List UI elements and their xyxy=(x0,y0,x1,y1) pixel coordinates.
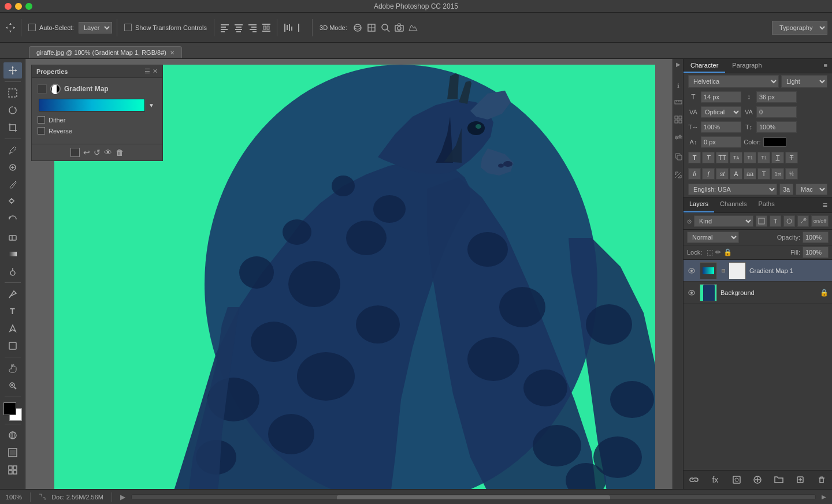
filter-effect-btn[interactable] xyxy=(797,215,809,227)
color-swatches[interactable] xyxy=(3,402,22,421)
add-adjustment-icon[interactable] xyxy=(751,473,764,487)
fraction-btn[interactable]: ½ xyxy=(785,168,798,180)
ruler-icon[interactable] xyxy=(674,98,682,106)
3d-camera-icon[interactable] xyxy=(393,22,405,33)
tracking-input[interactable] xyxy=(756,106,797,118)
eraser-tool[interactable] xyxy=(3,229,22,245)
language-select[interactable]: English: USA xyxy=(688,184,777,195)
superscript-btn[interactable]: T1 xyxy=(744,152,756,163)
auto-select-checkbox[interactable]: Auto-Select: xyxy=(26,23,76,32)
leading-input[interactable] xyxy=(756,91,797,103)
info-icon[interactable]: ℹ xyxy=(677,83,679,89)
panel-tab-options[interactable]: ≡ xyxy=(819,59,832,73)
horizontal-scrollbar[interactable] xyxy=(131,494,816,500)
scroll-right-btn[interactable]: ▶ xyxy=(822,494,826,500)
workspace-selector[interactable]: Typography xyxy=(772,21,827,35)
kind-filter-select[interactable]: Kind xyxy=(694,215,753,227)
align-top-icon[interactable] xyxy=(282,22,294,33)
layer-select[interactable]: Layer xyxy=(79,22,112,33)
panel-menu-icon[interactable]: ☰ xyxy=(144,68,150,75)
close-button[interactable] xyxy=(5,3,12,10)
text-color-swatch[interactable] xyxy=(763,137,786,147)
dodge-tool[interactable] xyxy=(3,263,22,279)
kerning-select[interactable]: Optical xyxy=(701,106,741,118)
reset-icon[interactable]: ↺ xyxy=(94,148,101,157)
font-family-select[interactable]: Helvetica xyxy=(688,75,779,88)
uppercase-btn[interactable]: T xyxy=(757,168,770,180)
allcaps-btn[interactable]: TT xyxy=(716,152,729,163)
link-layers-icon[interactable] xyxy=(687,473,701,487)
opacity-input[interactable] xyxy=(803,232,829,243)
add-mask-icon[interactable] xyxy=(730,473,744,487)
ligature-fi-btn[interactable]: fi xyxy=(688,168,701,180)
add-layer-icon[interactable] xyxy=(793,473,807,487)
ordinal-btn[interactable]: A xyxy=(730,168,742,180)
camera-orbit-icon[interactable] xyxy=(407,22,419,33)
path-select-tool[interactable] xyxy=(3,320,22,337)
gradient-expand-btn[interactable]: ▼ xyxy=(147,101,155,110)
auto-select-check[interactable] xyxy=(28,24,36,31)
crop-tool[interactable] xyxy=(3,120,22,136)
foreground-color-swatch[interactable] xyxy=(3,402,16,415)
layer-item-gradient-map[interactable]: Gradient Map 1 xyxy=(684,260,832,282)
3d-zoom-icon[interactable] xyxy=(380,22,391,33)
text-tool[interactable]: T xyxy=(3,303,22,319)
tab-channels[interactable]: Channels xyxy=(714,197,752,212)
ligature-fl-btn[interactable]: ƒ xyxy=(702,168,715,180)
font-style-select[interactable]: Light xyxy=(781,75,827,88)
tab-character[interactable]: Character xyxy=(684,59,725,73)
eyedropper-tool[interactable] xyxy=(3,142,22,158)
italic-btn[interactable]: T xyxy=(702,152,715,163)
fill-input[interactable] xyxy=(803,247,829,258)
zoom-tool[interactable] xyxy=(3,378,22,394)
layer-visibility-background[interactable] xyxy=(687,288,696,297)
delete-icon[interactable]: 🗑 xyxy=(116,148,124,157)
brush-tool[interactable] xyxy=(3,177,22,193)
blend-mode-select[interactable]: Normal xyxy=(687,232,739,243)
history-back-icon[interactable]: ↩ xyxy=(83,148,90,157)
panel-close-icon[interactable]: ✕ xyxy=(153,68,158,75)
healing-tool[interactable] xyxy=(3,159,22,176)
align-left-icon[interactable] xyxy=(219,22,231,33)
workspace-select[interactable]: Typography xyxy=(772,21,827,35)
arrange-windows-tool[interactable] xyxy=(3,462,22,478)
move-tool[interactable] xyxy=(3,62,22,79)
transform-check[interactable] xyxy=(124,24,132,31)
minimize-button[interactable] xyxy=(15,3,22,10)
lasso-tool[interactable] xyxy=(3,102,22,118)
expand-icon[interactable] xyxy=(39,494,46,501)
filter-type-btn[interactable]: T xyxy=(770,215,781,227)
maximize-button[interactable] xyxy=(25,3,32,10)
clone-tool[interactable] xyxy=(3,194,22,210)
add-style-icon[interactable]: fx xyxy=(708,473,722,487)
pen-tool[interactable] xyxy=(3,286,22,302)
show-transform-controls[interactable]: Show Transform Controls xyxy=(122,23,209,32)
tab-layers[interactable]: Layers xyxy=(684,197,714,212)
tab-paragraph[interactable]: Paragraph xyxy=(725,59,768,73)
selection-tool[interactable] xyxy=(3,85,22,101)
scrollbar-thumb[interactable] xyxy=(337,495,610,500)
arrow-icon[interactable]: ▶ xyxy=(120,493,125,501)
align-center-icon[interactable] xyxy=(233,22,244,33)
gradient-tool[interactable] xyxy=(3,246,22,262)
distribute-icon[interactable] xyxy=(261,22,272,33)
reverse-checkbox[interactable] xyxy=(38,127,45,135)
visibility-icon[interactable] xyxy=(50,84,61,94)
transform-icon-strip[interactable] xyxy=(674,171,682,180)
layer-visibility-gradient-map[interactable] xyxy=(687,266,696,275)
3d-pan-icon[interactable] xyxy=(366,22,377,33)
lock-all-icon[interactable]: 🔒 xyxy=(723,248,732,256)
hand-tool[interactable] xyxy=(3,360,22,376)
dither-checkbox[interactable] xyxy=(38,116,45,124)
adjust-icon[interactable] xyxy=(674,134,682,143)
filter-shape-btn[interactable] xyxy=(783,215,795,227)
add-group-icon[interactable] xyxy=(772,473,786,487)
gradient-preview[interactable] xyxy=(39,99,145,111)
layers-tab-options[interactable]: ≡ xyxy=(818,197,832,212)
v-scale-input[interactable] xyxy=(756,121,797,133)
font-size-input[interactable] xyxy=(701,91,741,103)
add-item-icon[interactable] xyxy=(70,148,80,157)
smallcaps-btn[interactable]: TA xyxy=(730,152,742,163)
filter-on-btn[interactable]: on/off xyxy=(811,215,829,227)
3d-rotate-icon[interactable] xyxy=(352,22,363,33)
